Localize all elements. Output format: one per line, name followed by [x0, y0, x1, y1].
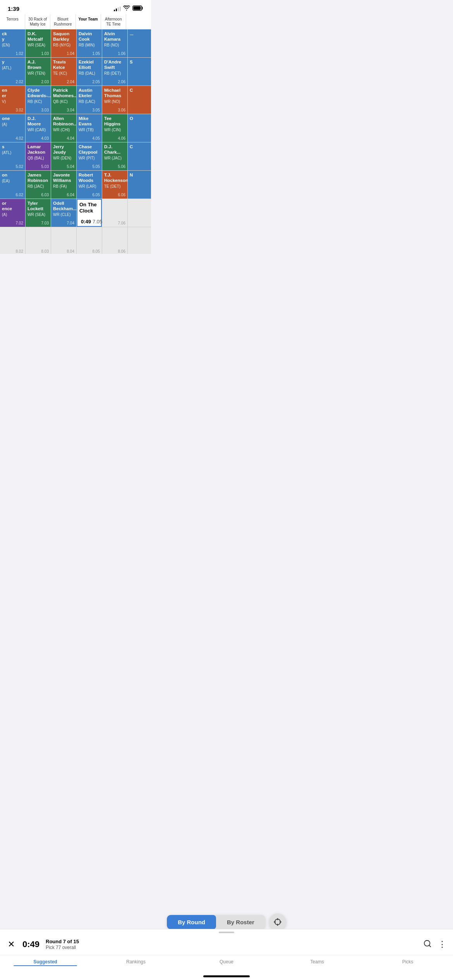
player-pos: (A) — [2, 212, 23, 217]
player-pos: WR (TEN) — [27, 71, 49, 75]
player-name: on — [2, 173, 23, 178]
pick-number: 5.05 — [79, 164, 100, 169]
pick-number: 2.06 — [104, 80, 125, 84]
player-name: Ezekiel Elliott — [79, 60, 100, 70]
empty-pick-number: 8.04 — [53, 249, 74, 254]
player-pos: WR (JAC) — [104, 156, 125, 160]
draft-cell-r3-c1[interactable]: en erV)3.02 — [0, 86, 25, 114]
player-name: en er — [2, 88, 23, 99]
player-name: Robert Woods — [79, 173, 100, 183]
player-pos: WR (CHI) — [53, 128, 74, 132]
draft-cell-r6-c3[interactable]: Javonte WilliamsRB (FA)6.04 — [51, 171, 76, 199]
draft-cell-r1-c6[interactable]: ... — [128, 29, 151, 57]
pick-number: 5.06 — [104, 164, 125, 169]
player-pos: RB (MIN) — [79, 43, 100, 47]
svg-rect-1 — [134, 7, 141, 10]
wifi-icon — [123, 5, 130, 12]
draft-cell-r3-c5[interactable]: Michael ThomasWR (NO)3.06 — [102, 86, 127, 114]
draft-cell-r5-c5[interactable]: D.J. Chark...WR (JAC)5.06 — [102, 142, 127, 170]
player-name: Lamar Jackson — [27, 144, 49, 155]
draft-cell-r8-c6 — [128, 227, 151, 254]
draft-cell-r5-c1[interactable]: s(ATL)5.02 — [0, 142, 25, 170]
player-pos: RB (DAL) — [79, 71, 100, 75]
draft-cell-r7-c2[interactable]: Tyler LockettWR (SEA)7.03 — [26, 199, 51, 227]
draft-cell-r4-c5[interactable]: Tee HigginsWR (CIN)4.06 — [102, 114, 127, 142]
draft-cell-r2-c1[interactable]: y(ATL)2.02 — [0, 58, 25, 86]
draft-cell-r5-c3[interactable]: Jerry JeudyWR (DEN)5.04 — [51, 142, 76, 170]
player-name: Jerry Jeudy — [53, 144, 74, 155]
player-pos: (EA) — [2, 179, 23, 183]
draft-cell-r4-c4[interactable]: Mike EvansWR (TB)4.05 — [77, 114, 102, 142]
draft-cell-r8-c2: 8.03 — [26, 227, 51, 254]
pick-number: 3.04 — [53, 108, 74, 112]
draft-cell-r6-c5[interactable]: T.J. HockensonTE (DET)6.06 — [102, 171, 127, 199]
draft-cell-r3-c3[interactable]: Patrick Mahomes...QB (KC)3.04 — [51, 86, 76, 114]
draft-cell-r8-c3: 8.04 — [51, 227, 76, 254]
draft-cell-r5-c4[interactable]: Chase ClaypoolWR (PIT)5.05 — [77, 142, 102, 170]
player-pos: (ATL) — [2, 66, 23, 70]
draft-cell-r4-c3[interactable]: Allen Robinson...WR (CHI)4.04 — [51, 114, 76, 142]
draft-cell-r1-c2[interactable]: D.K. MetcalfWR (SEA)1.03 — [26, 29, 51, 57]
draft-cell-r6-c1[interactable]: on(EA)6.02 — [0, 171, 25, 199]
player-name: S — [130, 60, 151, 65]
status-icons — [114, 5, 143, 12]
player-name: Mike Evans — [79, 116, 100, 127]
player-name: Saquon Barkley — [53, 31, 74, 42]
draft-cell-r6-c2[interactable]: James RobinsonRB (JAC)6.03 — [26, 171, 51, 199]
pick-number: 3.06 — [104, 108, 125, 112]
battery-icon — [132, 5, 143, 12]
player-name: or ence — [2, 201, 23, 212]
signal-icon — [114, 7, 121, 11]
draft-cell-r1-c1[interactable]: ck y(EN)1.02 — [0, 29, 25, 57]
pick-number: 4.04 — [53, 136, 74, 140]
draft-cell-r5-c2[interactable]: Lamar JacksonQB (BAL)5.03 — [26, 142, 51, 170]
draft-cell-r4-c6[interactable]: O — [128, 114, 151, 142]
pick-number: 4.05 — [79, 136, 100, 140]
draft-cell-r2-c5[interactable]: D'Andre SwiftRB (DET)2.06 — [102, 58, 127, 86]
player-pos: WR (LAR) — [79, 184, 100, 188]
player-name: Travis Kelce — [53, 60, 74, 70]
draft-cell-r4-c1[interactable]: one(A)4.02 — [0, 114, 25, 142]
empty-pick-number: 8.03 — [27, 249, 49, 254]
player-pos: QB (KC) — [53, 99, 74, 104]
pick-number: 4.02 — [2, 136, 23, 140]
player-name: T.J. Hockenson — [104, 173, 125, 183]
player-pos: WR (CIN) — [104, 128, 125, 132]
draft-cell-r8-c1: 8.02 — [0, 227, 25, 254]
pick-number: 2.05 — [79, 80, 100, 84]
draft-cell-r1-c3[interactable]: Saquon BarkleyRB (NYG)1.04 — [51, 29, 76, 57]
pick-number: 6.02 — [2, 193, 23, 197]
pick-number: 2.04 — [53, 80, 74, 84]
pick-number: 3.03 — [27, 108, 49, 112]
draft-cell-r7-c1[interactable]: or ence(A)7.02 — [0, 199, 25, 227]
player-pos: WR (CLE) — [53, 212, 74, 217]
draft-cell-r6-c6[interactable]: N — [128, 171, 151, 199]
pick-number: 1.06 — [104, 51, 125, 56]
draft-cell-r7-c4[interactable]: On The Clock0:497.05 — [77, 199, 102, 227]
draft-cell-r2-c6[interactable]: S — [128, 58, 151, 86]
clock-pct: 7.05 — [93, 219, 102, 224]
draft-cell-r3-c6[interactable]: C — [128, 86, 151, 114]
player-name: Tee Higgins — [104, 116, 125, 127]
draft-cell-r6-c4[interactable]: Robert WoodsWR (LAR)6.05 — [77, 171, 102, 199]
player-pos: RB (DET) — [104, 71, 125, 75]
player-name: Clyde Edwards-... — [27, 88, 49, 99]
draft-cell-r7-c3[interactable]: Odell Beckham...WR (CLE)7.04 — [51, 199, 76, 227]
draft-cell-r2-c2[interactable]: A.J. BrownWR (TEN)2.03 — [26, 58, 51, 86]
draft-cell-r1-c5[interactable]: Alvin KamaraRB (NO)1.06 — [102, 29, 127, 57]
on-clock-timer-row: 0:497.05 — [79, 219, 99, 224]
col-header-extra — [126, 14, 151, 29]
draft-cell-r5-c6[interactable]: C — [128, 142, 151, 170]
draft-grid[interactable]: ck y(EN)1.02D.K. MetcalfWR (SEA)1.03Saqu… — [0, 29, 151, 254]
draft-cell-r3-c2[interactable]: Clyde Edwards-...RB (KC)3.03 — [26, 86, 51, 114]
draft-cell-r3-c4[interactable]: Austin EkelerRB (LAC)3.05 — [77, 86, 102, 114]
draft-cell-r2-c4[interactable]: Ezekiel ElliottRB (DAL)2.05 — [77, 58, 102, 86]
draft-cell-r4-c2[interactable]: D.J. MooreWR (CAR)4.03 — [26, 114, 51, 142]
draft-cell-r1-c4[interactable]: Dalvin CookRB (MIN)1.05 — [77, 29, 102, 57]
player-pos: TE (KC) — [53, 71, 74, 75]
draft-cell-r2-c3[interactable]: Travis KelceTE (KC)2.04 — [51, 58, 76, 86]
empty-pick-number: 7.06 — [104, 221, 125, 225]
col-header-blount: BlountRushmore — [50, 14, 76, 29]
player-pos: RB (NO) — [104, 43, 125, 47]
pick-number: 6.05 — [79, 193, 100, 197]
